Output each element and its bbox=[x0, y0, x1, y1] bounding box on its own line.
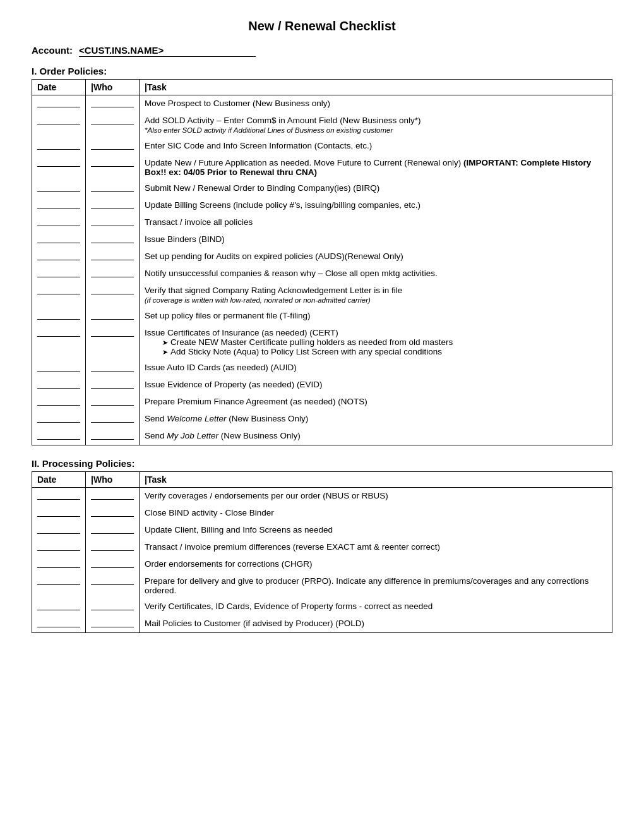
who-field[interactable] bbox=[86, 325, 140, 360]
table-row: Close BIND activity - Close Binder bbox=[32, 505, 612, 522]
col-header-date2: Date bbox=[32, 472, 86, 488]
who-field[interactable] bbox=[86, 411, 140, 428]
date-field[interactable] bbox=[32, 214, 86, 231]
table-row: Verify Certificates, ID Cards, Evidence … bbox=[32, 598, 612, 615]
table-row: Issue Certificates of Insurance (as need… bbox=[32, 325, 612, 360]
date-field[interactable] bbox=[32, 248, 86, 265]
table-row: Set up policy files or permanent file (T… bbox=[32, 308, 612, 325]
date-field[interactable] bbox=[32, 265, 86, 282]
who-field[interactable] bbox=[86, 248, 140, 265]
task-field: Issue Evidence of Property (as needed) (… bbox=[140, 377, 612, 394]
table-row: Prepare Premium Finance Agreement (as ne… bbox=[32, 394, 612, 411]
task-field: Prepare Premium Finance Agreement (as ne… bbox=[140, 394, 612, 411]
date-field[interactable] bbox=[32, 308, 86, 325]
task-field: Update New / Future Application as neede… bbox=[140, 155, 612, 180]
date-field[interactable] bbox=[32, 522, 86, 539]
date-field[interactable] bbox=[32, 556, 86, 573]
date-field[interactable] bbox=[32, 138, 86, 155]
section1-table: Date |Who |Task Move Prospect to Custome… bbox=[32, 79, 612, 445]
date-field[interactable] bbox=[32, 95, 86, 113]
who-field[interactable] bbox=[86, 265, 140, 282]
task-field: Verify that signed Company Rating Acknow… bbox=[140, 282, 612, 308]
who-field[interactable] bbox=[86, 539, 140, 556]
table-row: Verify coverages / endorsements per our … bbox=[32, 488, 612, 505]
who-field[interactable] bbox=[86, 308, 140, 325]
task-field: Move Prospect to Customer (New Business … bbox=[140, 95, 612, 113]
who-field[interactable] bbox=[86, 112, 140, 138]
table-row: Move Prospect to Customer (New Business … bbox=[32, 95, 612, 113]
who-field[interactable] bbox=[86, 282, 140, 308]
who-field[interactable] bbox=[86, 180, 140, 197]
task-field: Issue Auto ID Cards (as needed) (AUID) bbox=[140, 360, 612, 377]
date-field[interactable] bbox=[32, 325, 86, 360]
date-field[interactable] bbox=[32, 428, 86, 445]
who-field[interactable] bbox=[86, 505, 140, 522]
table-row: Update Billing Screens (include policy #… bbox=[32, 197, 612, 214]
task-field: Issue Binders (BIND) bbox=[140, 231, 612, 248]
date-field[interactable] bbox=[32, 488, 86, 505]
task-field: Transact / invoice premium differences (… bbox=[140, 539, 612, 556]
date-field[interactable] bbox=[32, 573, 86, 598]
section1-title: I. Order Policies: bbox=[32, 66, 612, 76]
account-line: Account: <CUST.INS.NAME> bbox=[32, 45, 612, 57]
table-row: Order endorsements for corrections (CHGR… bbox=[32, 556, 612, 573]
table-row: Verify that signed Company Rating Acknow… bbox=[32, 282, 612, 308]
task-field: Notify unsuccessful companies & reason w… bbox=[140, 265, 612, 282]
who-field[interactable] bbox=[86, 573, 140, 598]
col-header-task: |Task bbox=[140, 80, 612, 95]
task-field: Submit New / Renewal Order to Binding Co… bbox=[140, 180, 612, 197]
who-field[interactable] bbox=[86, 615, 140, 633]
table-row: Issue Binders (BIND) bbox=[32, 231, 612, 248]
who-field[interactable] bbox=[86, 360, 140, 377]
table-row: Issue Auto ID Cards (as needed) (AUID) bbox=[32, 360, 612, 377]
task-field: Update Billing Screens (include policy #… bbox=[140, 197, 612, 214]
who-field[interactable] bbox=[86, 155, 140, 180]
task-field: Update Client, Billing and Info Screens … bbox=[140, 522, 612, 539]
date-field[interactable] bbox=[32, 155, 86, 180]
table-row: Set up pending for Audits on expired pol… bbox=[32, 248, 612, 265]
who-field[interactable] bbox=[86, 428, 140, 445]
task-field: Add SOLD Activity – Enter Comm$ in Amoun… bbox=[140, 112, 612, 138]
who-field[interactable] bbox=[86, 197, 140, 214]
date-field[interactable] bbox=[32, 360, 86, 377]
account-value: <CUST.INS.NAME> bbox=[79, 45, 256, 57]
who-field[interactable] bbox=[86, 231, 140, 248]
table-row: Add SOLD Activity – Enter Comm$ in Amoun… bbox=[32, 112, 612, 138]
date-field[interactable] bbox=[32, 615, 86, 633]
date-field[interactable] bbox=[32, 505, 86, 522]
who-field[interactable] bbox=[86, 556, 140, 573]
task-field: Verify Certificates, ID Cards, Evidence … bbox=[140, 598, 612, 615]
col-header-who: |Who bbox=[86, 80, 140, 95]
date-field[interactable] bbox=[32, 411, 86, 428]
date-field[interactable] bbox=[32, 282, 86, 308]
date-field[interactable] bbox=[32, 112, 86, 138]
col-header-who2: |Who bbox=[86, 472, 140, 488]
date-field[interactable] bbox=[32, 394, 86, 411]
who-field[interactable] bbox=[86, 522, 140, 539]
who-field[interactable] bbox=[86, 488, 140, 505]
who-field[interactable] bbox=[86, 95, 140, 113]
who-field[interactable] bbox=[86, 138, 140, 155]
page-title: New / Renewal Checklist bbox=[32, 19, 612, 33]
date-field[interactable] bbox=[32, 598, 86, 615]
who-field[interactable] bbox=[86, 598, 140, 615]
task-field: Prepare for delivery and give to produce… bbox=[140, 573, 612, 598]
table-row: Issue Evidence of Property (as needed) (… bbox=[32, 377, 612, 394]
table-row: Notify unsuccessful companies & reason w… bbox=[32, 265, 612, 282]
date-field[interactable] bbox=[32, 377, 86, 394]
table-row: Enter SIC Code and Info Screen Informati… bbox=[32, 138, 612, 155]
section2-table: Date |Who |Task Verify coverages / endor… bbox=[32, 471, 612, 633]
date-field[interactable] bbox=[32, 539, 86, 556]
table-row: Submit New / Renewal Order to Binding Co… bbox=[32, 180, 612, 197]
who-field[interactable] bbox=[86, 214, 140, 231]
date-field[interactable] bbox=[32, 180, 86, 197]
date-field[interactable] bbox=[32, 197, 86, 214]
table-row: Transact / invoice premium differences (… bbox=[32, 539, 612, 556]
who-field[interactable] bbox=[86, 377, 140, 394]
task-field: Order endorsements for corrections (CHGR… bbox=[140, 556, 612, 573]
task-field: Mail Policies to Customer (if advised by… bbox=[140, 615, 612, 633]
who-field[interactable] bbox=[86, 394, 140, 411]
task-field: Close BIND activity - Close Binder bbox=[140, 505, 612, 522]
task-field: Send My Job Letter (New Business Only) bbox=[140, 428, 612, 445]
date-field[interactable] bbox=[32, 231, 86, 248]
